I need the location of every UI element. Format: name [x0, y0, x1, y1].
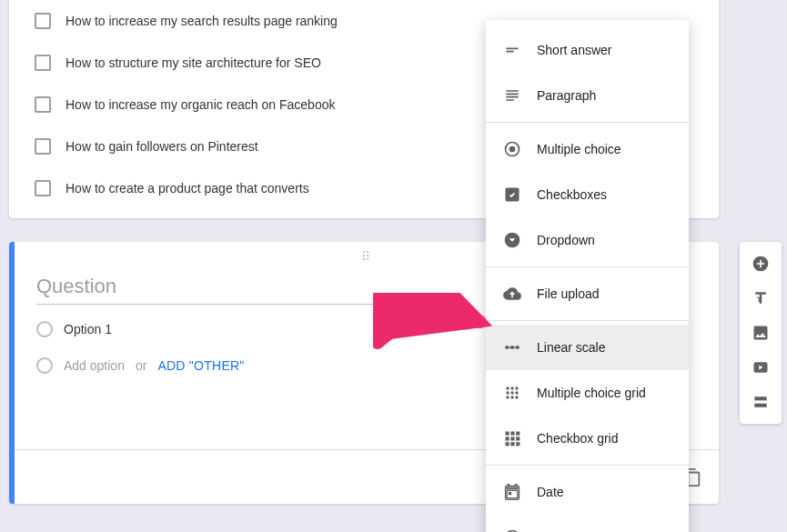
add-video-icon[interactable] — [752, 358, 770, 376]
date-icon — [502, 482, 522, 502]
menu-divider — [486, 266, 689, 267]
short-answer-icon — [502, 40, 522, 60]
svg-point-1 — [510, 146, 516, 153]
menu-label: File upload — [537, 286, 600, 301]
svg-point-12 — [515, 391, 518, 394]
svg-rect-22 — [506, 442, 510, 446]
menu-divider — [486, 465, 689, 466]
svg-point-13 — [506, 396, 509, 398]
option-label[interactable]: Option 1 — [64, 322, 112, 336]
menu-item-time[interactable]: Time — [486, 515, 689, 532]
menu-item-multiple-choice[interactable]: Multiple choice — [486, 126, 689, 172]
svg-point-9 — [515, 386, 518, 389]
svg-rect-25 — [509, 492, 511, 495]
add-section-icon[interactable] — [752, 393, 770, 411]
svg-point-14 — [510, 396, 513, 398]
menu-label: Checkboxes — [537, 187, 607, 202]
menu-item-dropdown[interactable]: Dropdown — [486, 217, 689, 263]
menu-item-date[interactable]: Date — [486, 469, 689, 515]
svg-rect-21 — [516, 437, 520, 440]
grid-squares-icon — [502, 428, 522, 448]
add-image-icon[interactable] — [752, 324, 770, 342]
checkbox-icon — [35, 55, 51, 71]
svg-rect-24 — [516, 442, 520, 446]
menu-divider — [486, 122, 689, 123]
menu-item-cb-grid[interactable]: Checkbox grid — [486, 416, 689, 461]
radio-icon — [502, 139, 522, 159]
add-title-icon[interactable] — [752, 289, 770, 307]
menu-label: Multiple choice grid — [537, 386, 646, 400]
checkbox-filled-icon — [502, 185, 522, 205]
radio-icon — [36, 321, 53, 337]
svg-point-11 — [510, 391, 513, 394]
cloud-upload-icon — [502, 284, 522, 304]
menu-label: Short answer — [537, 43, 611, 57]
menu-item-paragraph[interactable]: Paragraph — [486, 73, 689, 118]
menu-label: Linear scale — [537, 340, 606, 355]
svg-rect-29 — [754, 396, 766, 400]
menu-item-short-answer[interactable]: Short answer — [486, 27, 689, 73]
svg-point-15 — [515, 396, 518, 398]
svg-rect-18 — [516, 432, 520, 436]
svg-point-10 — [506, 391, 509, 394]
linear-scale-icon — [502, 337, 522, 357]
svg-rect-17 — [510, 432, 514, 436]
checkbox-icon — [35, 138, 51, 155]
side-toolbar — [740, 242, 782, 424]
checkbox-label: How to increase my search results page r… — [66, 14, 338, 28]
svg-rect-19 — [506, 437, 510, 440]
menu-item-mc-grid[interactable]: Multiple choice grid — [486, 370, 689, 416]
checkbox-icon — [35, 96, 51, 113]
checkbox-label: How to create a product page that conver… — [66, 181, 309, 196]
checkbox-icon — [35, 13, 51, 29]
or-text: or — [136, 358, 146, 373]
paragraph-icon — [502, 85, 522, 105]
svg-rect-20 — [510, 437, 514, 440]
radio-icon — [36, 357, 53, 374]
svg-rect-23 — [510, 442, 514, 446]
menu-label: Date — [537, 485, 564, 499]
question-title-input[interactable]: Question — [36, 275, 419, 305]
checkbox-label: How to increase my organic reach on Face… — [66, 97, 335, 112]
checkbox-icon — [35, 180, 51, 196]
menu-label: Paragraph — [537, 88, 596, 103]
grid-dots-icon — [502, 383, 522, 403]
menu-label: Multiple choice — [537, 142, 621, 156]
dropdown-icon — [502, 230, 522, 250]
add-other-button[interactable]: ADD "OTHER" — [157, 358, 244, 373]
add-option-label[interactable]: Add option — [64, 358, 125, 373]
checkbox-label: How to structure my site architecture fo… — [66, 55, 321, 70]
menu-item-file-upload[interactable]: File upload — [486, 271, 689, 316]
menu-label: Dropdown — [537, 233, 595, 247]
add-question-icon[interactable] — [752, 255, 770, 273]
question-type-menu: Short answer Paragraph Multiple choice C… — [486, 20, 689, 532]
svg-point-7 — [506, 386, 509, 389]
svg-point-8 — [510, 386, 513, 389]
drag-handle-icon[interactable]: ⠿ — [361, 249, 372, 264]
svg-rect-16 — [506, 432, 510, 436]
menu-label: Checkbox grid — [537, 431, 619, 446]
checkbox-label: How to gain followers on Pinterest — [66, 139, 258, 154]
menu-item-checkboxes[interactable]: Checkboxes — [486, 172, 689, 217]
menu-divider — [486, 320, 689, 321]
menu-item-linear-scale[interactable]: Linear scale — [486, 325, 689, 370]
svg-rect-30 — [754, 404, 766, 407]
time-icon — [502, 527, 522, 532]
